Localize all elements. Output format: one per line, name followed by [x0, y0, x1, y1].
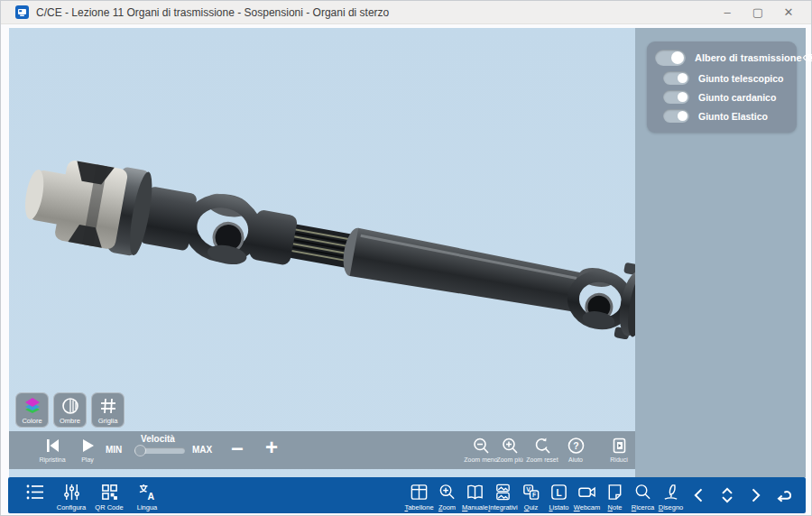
speed-min-label: MIN — [106, 445, 122, 455]
zoom-reset-label: Zoom reset — [526, 456, 558, 463]
speed-decrease-button[interactable]: – — [224, 438, 251, 456]
cardanico-label: Giunto cardanico — [698, 92, 776, 103]
layer-row-telescopico[interactable]: Giunto telescopico — [663, 71, 789, 85]
open-book-icon — [466, 483, 484, 502]
configura-button[interactable]: Configura — [56, 483, 87, 511]
collapse-icon — [610, 437, 629, 455]
disegno-label: Disegno — [659, 503, 684, 511]
chevron-right-icon — [746, 486, 764, 504]
integrativi-label: Integrativi — [488, 503, 518, 511]
ombre-button[interactable]: Ombre — [53, 392, 87, 428]
minimize-button[interactable]: – — [712, 3, 743, 23]
shading-icon — [61, 396, 79, 416]
integrativi-button[interactable]: Integrativi — [489, 483, 517, 511]
layer-row-albero[interactable]: Albero di trasmissione — [655, 50, 789, 66]
app-window: C/CE - Lezione 11 Organi di trasmissione… — [0, 0, 812, 516]
qr-code-icon — [100, 483, 119, 502]
lingua-qr-label: QR Code — [95, 503, 123, 511]
note-page-icon — [605, 483, 624, 502]
play-label: Play — [81, 456, 94, 463]
listing-icon: L — [549, 483, 568, 502]
ripristina-button[interactable]: Ripristina — [34, 437, 70, 463]
video-camera-icon — [577, 483, 596, 502]
svg-text:A: A — [147, 491, 154, 502]
webcam-label: Webcam — [574, 503, 600, 511]
elastico-label: Giunto Elastico — [698, 111, 768, 122]
sliders-icon — [62, 483, 81, 502]
note-label: Note — [608, 503, 623, 511]
skip-start-icon — [42, 437, 62, 455]
colore-label: Colore — [22, 417, 42, 425]
listato-label: Listato — [549, 503, 568, 511]
magnifier-plus-icon — [501, 437, 520, 455]
play-icon — [78, 437, 97, 455]
magnifier-minus-icon — [472, 437, 491, 455]
cardanico-toggle[interactable] — [663, 90, 689, 104]
layers-panel: Albero di trasmissione Giunto telescopic… — [647, 41, 797, 133]
griglia-label: Griglia — [98, 417, 118, 425]
pen-draw-icon — [661, 483, 680, 502]
nav-next-button[interactable] — [741, 484, 769, 507]
zoom-tool-button[interactable]: Zoom — [433, 483, 461, 511]
bulleted-list-icon — [25, 483, 45, 502]
true-false-icon: V F — [521, 483, 540, 502]
chevrons-up-down-icon — [718, 486, 736, 504]
question-icon: ? — [567, 437, 586, 455]
media-stack-icon — [494, 483, 512, 502]
colore-button[interactable]: Colore — [15, 392, 49, 428]
lingua-button[interactable]: A Lingua — [132, 483, 162, 511]
speed-slider-knob[interactable] — [135, 446, 145, 456]
search-icon — [633, 483, 652, 502]
tabellone-button[interactable]: Tabellone — [405, 483, 433, 511]
tabellone-label: Tabellone — [404, 503, 433, 511]
svg-text:F: F — [532, 492, 536, 498]
ricerca-label: Ricerca — [632, 503, 654, 511]
nav-expand-button[interactable] — [713, 484, 741, 507]
window-title: C/CE - Lezione 11 Organi di trasmissione… — [36, 6, 389, 19]
webcam-button[interactable]: Webcam — [573, 483, 601, 511]
grid-icon — [99, 396, 117, 416]
eye-icon[interactable] — [802, 52, 812, 63]
speed-slider[interactable] — [134, 447, 185, 454]
lingua-label: Lingua — [137, 503, 158, 511]
disegno-button[interactable]: Disegno — [657, 483, 685, 511]
nav-previous-button[interactable] — [685, 484, 713, 507]
side-column: Albero di trasmissione Giunto telescopic… — [635, 28, 806, 477]
layer-row-cardanico[interactable]: Giunto cardanico — [663, 90, 789, 104]
magnifier-reset-icon — [533, 437, 552, 455]
svg-text:?: ? — [573, 440, 578, 451]
ricerca-button[interactable]: Ricerca — [629, 483, 657, 511]
help-label: Aiuto — [568, 456, 583, 463]
viewer-canvas[interactable]: Colore Ombre Griglia — [9, 28, 635, 477]
speed-increase-button[interactable]: + — [258, 438, 285, 456]
close-button[interactable]: ✕ — [773, 3, 804, 23]
play-button[interactable]: Play — [69, 437, 106, 463]
maximize-button[interactable]: ▢ — [743, 3, 773, 23]
ripristina-label: Ripristina — [39, 456, 65, 463]
title-bar: C/CE - Lezione 11 Organi di trasmissione… — [1, 1, 811, 24]
qr-code-button[interactable]: QR Code — [94, 483, 125, 511]
speed-max-label: MAX — [192, 445, 212, 455]
board-panes-icon — [410, 483, 429, 502]
playback-control-bar: Ripristina Play Velocità MIN MAX – + Zoo… — [9, 431, 635, 469]
elastico-toggle[interactable] — [663, 109, 689, 123]
layer-row-elastico[interactable]: Giunto Elastico — [663, 109, 789, 123]
menu-list-button[interactable] — [21, 483, 49, 511]
telescopico-toggle[interactable] — [663, 71, 689, 85]
telescopico-label: Giunto telescopico — [698, 73, 784, 84]
magnifier-plus-icon — [438, 483, 457, 502]
zoom-in-label: Zoom più — [496, 456, 522, 463]
chevron-left-icon — [690, 486, 708, 504]
help-button[interactable]: ? Aiuto — [556, 437, 595, 463]
collapse-label: Riduci — [610, 456, 627, 463]
quiz-button[interactable]: V F Quiz — [517, 483, 545, 511]
ombre-label: Ombre — [60, 417, 80, 425]
note-button[interactable]: Note — [601, 483, 629, 511]
back-return-button[interactable] — [769, 484, 797, 507]
collapse-panel-button[interactable]: Riduci — [599, 437, 639, 463]
albero-toggle[interactable] — [655, 50, 686, 66]
manuale-button[interactable]: Manuale — [461, 483, 489, 511]
griglia-button[interactable]: Griglia — [91, 392, 125, 428]
listato-button[interactable]: L Listato — [545, 483, 573, 511]
speed-title: Velocità — [122, 434, 194, 444]
